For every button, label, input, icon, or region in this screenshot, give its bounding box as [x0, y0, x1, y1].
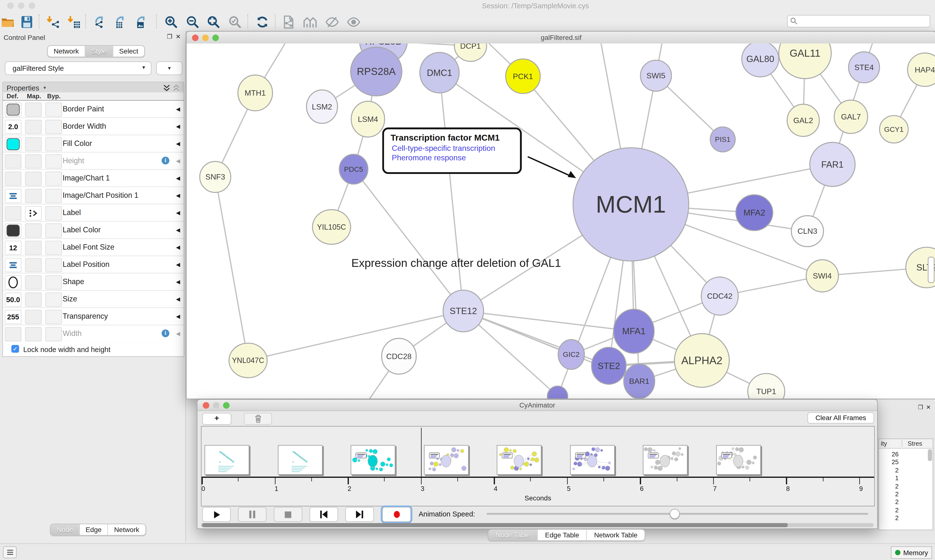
cyanimator-titlebar[interactable]: CyAnimator [197, 400, 877, 411]
property-byp-cell[interactable] [45, 102, 62, 117]
annotation-link[interactable]: Cell-type-specific transcription [392, 143, 495, 152]
expand-all-icon[interactable] [163, 84, 171, 92]
network-node-far1[interactable]: FAR1 [810, 142, 855, 186]
import-table-icon[interactable] [65, 14, 82, 30]
property-byp-cell[interactable] [45, 327, 62, 342]
property-map-cell[interactable] [25, 292, 42, 307]
tab-style[interactable]: Style [85, 46, 113, 57]
table-cell[interactable]: 26 [881, 450, 898, 457]
expand-row-icon[interactable]: ◀ [176, 106, 180, 112]
table-cell[interactable]: 25 [881, 458, 898, 465]
frame-2[interactable] [278, 445, 322, 475]
property-def-cell[interactable] [5, 327, 22, 342]
network-node-mfa2[interactable]: MFA2 [736, 195, 773, 231]
property-row-height[interactable]: Heighti◀ [3, 152, 184, 170]
annotation-box[interactable]: Transcription factor MCM1 Cell-type-spec… [382, 128, 522, 174]
property-def-cell[interactable]: 2.0 [5, 120, 22, 134]
network-node-swi5[interactable]: SWI5 [640, 60, 671, 91]
import-network-icon[interactable] [45, 14, 61, 30]
property-def-cell[interactable] [5, 102, 22, 117]
frame-7[interactable] [643, 445, 688, 475]
property-byp-cell[interactable] [45, 275, 62, 289]
frame-1[interactable] [205, 445, 249, 475]
property-byp-cell[interactable] [45, 189, 62, 203]
property-row-border-width[interactable]: 2.0Border Width◀ [3, 118, 184, 135]
table-cell[interactable]: 2 [881, 506, 898, 513]
property-byp-cell[interactable] [45, 223, 62, 238]
scrollbar-thumb[interactable] [202, 523, 788, 527]
network-node-gcy1[interactable]: GCY1 [879, 115, 908, 143]
export-network-icon[interactable] [93, 14, 109, 30]
table-cell[interactable]: 2 [881, 482, 898, 489]
add-frame-button[interactable]: + [202, 413, 231, 425]
property-byp-cell[interactable] [45, 171, 62, 186]
open-folder-icon[interactable] [0, 14, 15, 30]
property-row-label-font-size[interactable]: 12Label Font Size◀ [3, 239, 184, 256]
table-scrollbar[interactable] [928, 449, 932, 461]
expand-row-icon[interactable]: ◀ [176, 331, 180, 337]
property-row-label[interactable]: Label◀ [3, 205, 184, 222]
close-panel-icon[interactable]: ✕ [176, 34, 181, 40]
property-def-cell[interactable] [5, 189, 22, 203]
property-def-cell[interactable] [5, 154, 22, 169]
tab-node[interactable]: Node [51, 524, 79, 535]
frame-3[interactable] [350, 445, 395, 475]
network-node-dcp1[interactable]: DCP1 [454, 43, 486, 61]
network-vertical-scrollbar[interactable] [928, 257, 935, 283]
expand-row-icon[interactable]: ◀ [176, 313, 180, 319]
style-options-button[interactable]: ▼ [156, 61, 183, 75]
property-row-image-chart-position-1[interactable]: Image/Chart Position 1◀ [3, 187, 184, 205]
network-node-gic2[interactable]: GIC2 [558, 340, 585, 369]
annotation-link[interactable]: Pheromone response [392, 153, 466, 162]
property-byp-cell[interactable] [45, 258, 62, 272]
refresh-layout-icon[interactable] [254, 14, 270, 30]
playhead[interactable] [421, 428, 422, 477]
network-node-gal2[interactable]: GAL2 [787, 105, 819, 137]
property-map-cell[interactable] [25, 327, 42, 342]
tab-select[interactable]: Select [113, 46, 144, 57]
animation-speed-thumb[interactable] [670, 509, 680, 519]
network-node-lsm2[interactable]: LSM2 [307, 90, 338, 123]
export-table-icon[interactable] [113, 14, 129, 30]
property-map-cell[interactable] [25, 189, 42, 203]
property-map-cell[interactable] [25, 154, 42, 169]
property-map-cell[interactable] [25, 258, 42, 272]
expand-row-icon[interactable]: ◀ [176, 158, 180, 164]
property-map-cell[interactable] [25, 102, 42, 117]
info-icon[interactable]: i [162, 329, 170, 337]
zoom-fit-icon[interactable] [205, 14, 221, 30]
property-def-cell[interactable] [5, 275, 22, 289]
expand-row-icon[interactable]: ◀ [176, 175, 180, 181]
tab-node-table[interactable]: Node Table [488, 529, 537, 540]
property-row-size[interactable]: 50.0Size◀ [3, 291, 184, 308]
export-image-icon[interactable] [134, 14, 150, 30]
property-byp-cell[interactable] [45, 310, 62, 324]
zoom-out-icon[interactable] [184, 14, 201, 30]
delete-frame-button[interactable] [244, 413, 272, 425]
property-map-cell[interactable] [25, 171, 42, 186]
property-row-image-chart-1[interactable]: Image/Chart 1◀ [3, 170, 184, 187]
property-row-border-paint[interactable]: Border Paint◀ [3, 101, 184, 118]
network-node-gal11[interactable]: GAL11 [779, 43, 831, 78]
network-node-cdc28[interactable]: CDC28 [381, 338, 416, 374]
expand-row-icon[interactable]: ◀ [176, 227, 180, 233]
network-node-bar1[interactable]: BAR1 [624, 364, 655, 398]
style-selector[interactable]: galFiltered Style ▼ [5, 61, 151, 75]
network-node-pis1[interactable]: PIS1 [710, 127, 735, 152]
property-map-cell[interactable] [25, 223, 42, 238]
property-def-cell[interactable] [5, 258, 22, 272]
network-node-pdc5[interactable]: PDC5 [339, 154, 368, 184]
property-def-cell[interactable]: 12 [5, 241, 22, 255]
info-icon[interactable]: i [162, 157, 170, 165]
property-row-label-position[interactable]: Label Position◀ [3, 256, 184, 274]
expand-row-icon[interactable]: ◀ [176, 192, 180, 198]
tab-network[interactable]: Network [108, 524, 145, 535]
property-row-fill-color[interactable]: Fill Color◀ [3, 135, 184, 152]
property-map-cell[interactable] [25, 120, 42, 134]
network-node-mcm1[interactable]: MCM1 [573, 148, 688, 261]
property-def-cell[interactable] [5, 137, 22, 151]
network-node-ste2[interactable]: STE2 [591, 348, 626, 385]
tab-network[interactable]: Network [48, 46, 85, 57]
network-node-snf3[interactable]: SNF3 [200, 162, 231, 192]
network-node-alpha2[interactable]: ALPHA2 [674, 334, 729, 387]
